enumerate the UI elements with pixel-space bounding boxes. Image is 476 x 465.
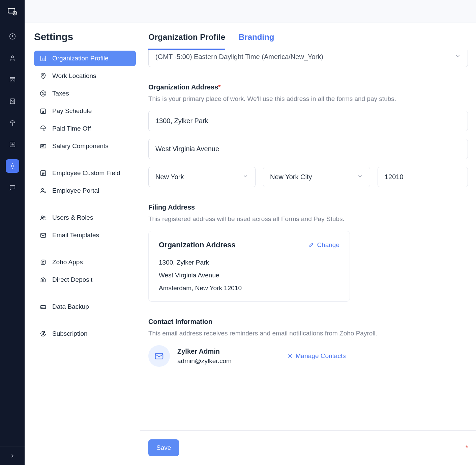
portal-icon: [39, 187, 47, 194]
app-logo[interactable]: [3, 3, 22, 22]
zoho-icon: [39, 258, 47, 266]
umbrella-icon: [39, 125, 47, 132]
percent-icon: [39, 90, 47, 97]
content-area: Settings Organization ProfileWork Locati…: [25, 23, 476, 465]
svg-rect-26: [155, 354, 163, 359]
nav-item-paid-time-off[interactable]: Paid Time Off: [34, 121, 136, 136]
timezone-value: (GMT -5:00) Eastern Daylight Time (Ameri…: [155, 53, 323, 61]
nav-item-direct-deposit[interactable]: Direct Deposit: [34, 272, 136, 288]
pencil-icon: [308, 242, 314, 248]
nav-item-salary-components[interactable]: Salary Components: [34, 138, 136, 154]
nav-item-subscription[interactable]: Subscription: [34, 326, 136, 341]
tab-organization-profile[interactable]: Organization Profile: [148, 32, 225, 50]
org-address-label: Organization Address*: [148, 83, 468, 91]
refresh-dollar-icon: [39, 330, 47, 337]
rail-payroll-icon[interactable]: [6, 73, 19, 86]
address-line1-input[interactable]: 1300, Zylker Park: [148, 111, 468, 131]
city-select[interactable]: New York City: [263, 167, 370, 187]
manage-contacts-link[interactable]: Manage Contacts: [287, 352, 346, 360]
contact-row: Zylker Admin admin@zylker.com Manage Con…: [148, 345, 468, 367]
filing-line1: 1300, Zylker Park: [159, 259, 339, 266]
filing-address-card: Organization Address Change 1300, Zylker…: [148, 231, 350, 302]
app-rail: [0, 0, 25, 465]
settings-nav: Settings Organization ProfileWork Locati…: [25, 23, 140, 465]
form-scroll[interactable]: (GMT -5:00) Eastern Daylight Time (Ameri…: [140, 50, 476, 430]
mail-icon: [154, 351, 164, 361]
rail-reports-icon[interactable]: [6, 138, 19, 151]
contact-avatar: [148, 345, 170, 367]
state-select[interactable]: New York: [148, 167, 256, 187]
svg-point-14: [44, 94, 44, 95]
top-bar: [25, 0, 476, 23]
svg-point-11: [42, 75, 44, 76]
svg-rect-10: [41, 56, 46, 61]
money-icon: [39, 142, 47, 150]
filing-line2: West Virginia Avenue: [159, 272, 339, 279]
rail-dashboard-icon[interactable]: [6, 30, 19, 43]
svg-rect-0: [8, 8, 15, 13]
calendar-dollar-icon: [39, 107, 47, 115]
nav-item-taxes[interactable]: Taxes: [34, 86, 136, 101]
chevron-down-icon: [242, 173, 248, 181]
svg-point-7: [13, 102, 13, 102]
change-address-link[interactable]: Change: [308, 241, 339, 249]
svg-point-13: [42, 92, 42, 93]
svg-point-20: [41, 216, 43, 218]
tab-branding[interactable]: Branding: [239, 32, 274, 50]
rail-chat-icon[interactable]: [6, 181, 19, 194]
rail-tax-icon[interactable]: [6, 94, 19, 108]
tabs: Organization Profile Branding: [140, 23, 476, 50]
nav-item-zoho-apps[interactable]: Zoho Apps: [34, 254, 136, 270]
filing-address-label: Filing Address: [148, 203, 468, 211]
filing-address-help: This registered address will be used acr…: [148, 215, 468, 223]
svg-point-17: [42, 145, 44, 147]
filing-line3: Amsterdam, New York 12010: [159, 284, 339, 292]
svg-point-25: [42, 307, 42, 308]
address-line2-input[interactable]: West Virginia Avenue: [148, 139, 468, 159]
save-button[interactable]: Save: [148, 439, 179, 456]
contact-name: Zylker Admin: [177, 348, 232, 355]
svg-point-6: [11, 100, 11, 101]
svg-point-21: [43, 216, 45, 218]
nav-item-work-locations[interactable]: Work Locations: [34, 68, 136, 84]
nav-item-organization-profile[interactable]: Organization Profile: [34, 51, 136, 66]
rail-expand-button[interactable]: [0, 446, 25, 465]
field-icon: [39, 169, 47, 177]
chevron-down-icon: [455, 53, 461, 61]
filing-card-title: Organization Address: [159, 241, 236, 249]
timezone-select[interactable]: (GMT -5:00) Eastern Daylight Time (Ameri…: [148, 50, 468, 67]
rail-people-icon[interactable]: [6, 51, 19, 65]
org-address-help: This is your primary place of work. We'l…: [148, 95, 468, 103]
nav-item-data-backup[interactable]: Data Backup: [34, 299, 136, 314]
contact-email: admin@zylker.com: [177, 357, 232, 365]
nav-item-email-templates[interactable]: Email Templates: [34, 227, 136, 243]
drive-icon: [39, 303, 47, 310]
rail-settings-icon[interactable]: [6, 159, 19, 173]
nav-item-employee-custom-field[interactable]: Employee Custom Field: [34, 165, 136, 181]
bank-icon: [39, 276, 47, 283]
building-icon: [39, 55, 47, 62]
nav-item-users-roles[interactable]: Users & Roles: [34, 210, 136, 225]
main-panel: Organization Profile Branding (GMT -5:00…: [140, 23, 476, 465]
required-indicator: *: [466, 444, 468, 452]
settings-title: Settings: [34, 31, 136, 43]
chevron-down-icon: [357, 173, 363, 181]
mail-template-icon: [39, 231, 47, 239]
nav-item-employee-portal[interactable]: Employee Portal: [34, 183, 136, 198]
rail-benefits-icon[interactable]: [6, 116, 19, 130]
svg-point-9: [11, 165, 13, 167]
contact-info-label: Contact Information: [148, 318, 468, 326]
pin-icon: [39, 72, 47, 80]
users-icon: [39, 214, 47, 221]
nav-item-pay-schedule[interactable]: Pay Schedule: [34, 103, 136, 119]
svg-point-27: [289, 355, 291, 357]
svg-point-3: [11, 56, 13, 58]
gear-icon: [287, 353, 293, 359]
zip-input[interactable]: 12010: [378, 167, 468, 187]
svg-point-19: [41, 189, 43, 191]
form-footer: Save *: [140, 430, 476, 465]
contact-info-help: This email address receives reminders an…: [148, 330, 468, 337]
svg-rect-22: [41, 234, 46, 238]
